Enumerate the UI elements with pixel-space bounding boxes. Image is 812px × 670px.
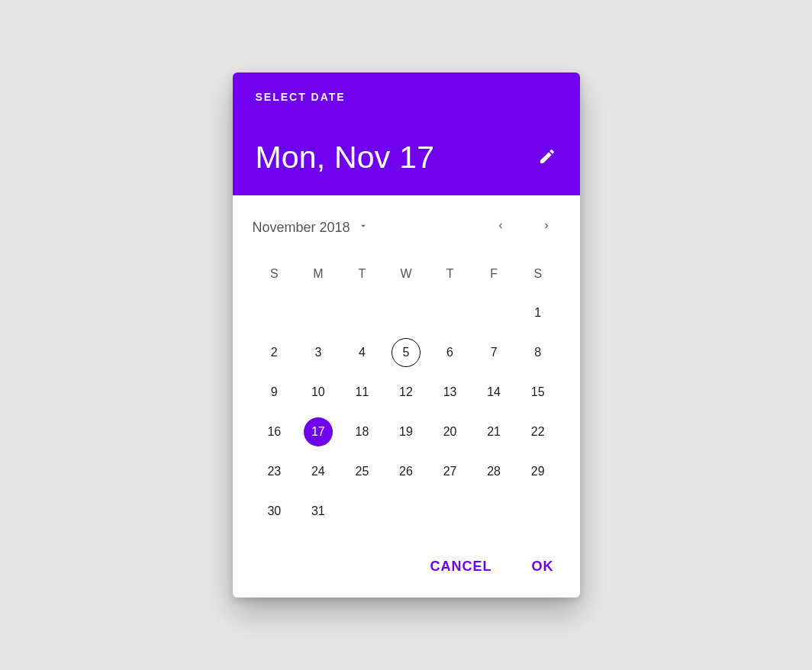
day[interactable]: 14: [479, 378, 508, 407]
day-cell: 16: [253, 412, 297, 452]
day[interactable]: 28: [479, 457, 508, 486]
day[interactable]: 4: [347, 338, 376, 367]
date-picker-dialog: SELECT DATE Mon, Nov 17 November 2018: [233, 72, 580, 598]
day-cell: 28: [472, 452, 516, 491]
day-selected[interactable]: 17: [304, 417, 333, 446]
empty-day-cell: [472, 293, 516, 333]
month-year-label: November 2018: [253, 220, 350, 236]
day-cell: 31: [296, 491, 340, 531]
weekday-header-row: SMTWTFS: [253, 261, 560, 287]
day-cell: 10: [296, 372, 340, 412]
day-cell: 11: [340, 372, 385, 412]
weekday-label: T: [340, 261, 385, 287]
weekday-label: M: [296, 261, 340, 287]
month-navigation-row: November 2018: [253, 212, 560, 243]
day-cell: 17: [296, 412, 340, 452]
month-nav-arrows: [491, 218, 560, 237]
day[interactable]: 10: [304, 378, 333, 407]
day[interactable]: 26: [392, 457, 420, 486]
day[interactable]: 23: [259, 457, 288, 486]
day[interactable]: 12: [392, 378, 420, 407]
day[interactable]: 13: [436, 378, 465, 407]
ok-button[interactable]: OK: [529, 554, 557, 579]
empty-day-cell: [384, 293, 428, 333]
weekday-label: T: [428, 261, 472, 287]
day[interactable]: 3: [304, 338, 333, 367]
day-cell: 18: [340, 412, 385, 452]
day[interactable]: 30: [259, 497, 288, 526]
edit-date-button[interactable]: [537, 148, 557, 168]
cancel-button[interactable]: CANCEL: [427, 554, 495, 579]
day[interactable]: 20: [436, 417, 465, 446]
day[interactable]: 2: [259, 338, 288, 367]
day-cell: 25: [340, 452, 385, 491]
day-cell: 2: [253, 333, 297, 372]
day-cell: 12: [384, 372, 428, 412]
calendar-grid: 1234567891011121314151617181920212223242…: [253, 293, 560, 531]
day[interactable]: 11: [347, 378, 376, 407]
chevron-right-icon: [541, 221, 552, 234]
day-cell: 3: [296, 333, 340, 372]
day-cell: 15: [516, 372, 560, 412]
day-cell: 30: [253, 491, 297, 531]
dropdown-icon: [358, 221, 369, 234]
day-cell: 9: [253, 372, 297, 412]
header-row: Mon, Nov 17: [256, 140, 557, 176]
header-overline: SELECT DATE: [256, 91, 557, 103]
day[interactable]: 19: [392, 417, 420, 446]
selected-date-display: Mon, Nov 17: [256, 140, 435, 176]
weekday-label: S: [516, 261, 560, 287]
day-today[interactable]: 5: [392, 338, 420, 367]
day-cell: 29: [516, 452, 560, 491]
day[interactable]: 18: [347, 417, 376, 446]
day-cell: 23: [253, 452, 297, 491]
weekday-label: W: [384, 261, 428, 287]
previous-month-button[interactable]: [491, 218, 510, 237]
day-cell: 21: [472, 412, 516, 452]
day-cell: 26: [384, 452, 428, 491]
pencil-icon: [538, 147, 556, 169]
empty-day-cell: [428, 293, 472, 333]
day[interactable]: 8: [524, 338, 553, 367]
day[interactable]: 22: [524, 417, 553, 446]
date-picker-header: SELECT DATE Mon, Nov 17: [233, 72, 580, 195]
day[interactable]: 25: [347, 457, 376, 486]
day-cell: 6: [428, 333, 472, 372]
day-cell: 4: [340, 333, 385, 372]
day-cell: 20: [428, 412, 472, 452]
day[interactable]: 16: [259, 417, 288, 446]
day[interactable]: 24: [304, 457, 333, 486]
next-month-button[interactable]: [537, 218, 556, 237]
day[interactable]: 15: [524, 378, 553, 407]
day-cell: 7: [472, 333, 516, 372]
chevron-left-icon: [495, 221, 506, 234]
day-cell: 1: [516, 293, 560, 333]
day[interactable]: 29: [524, 457, 553, 486]
day[interactable]: 31: [304, 497, 333, 526]
day[interactable]: 21: [479, 417, 508, 446]
day[interactable]: 9: [259, 378, 288, 407]
day-cell: 27: [428, 452, 472, 491]
empty-day-cell: [253, 293, 297, 333]
day[interactable]: 27: [436, 457, 465, 486]
day-cell: 13: [428, 372, 472, 412]
day[interactable]: 1: [524, 298, 553, 327]
weekday-label: S: [253, 261, 297, 287]
empty-day-cell: [296, 293, 340, 333]
weekday-label: F: [472, 261, 516, 287]
day[interactable]: 6: [436, 338, 465, 367]
dialog-actions: CANCEL OK: [233, 545, 580, 598]
day-cell: 8: [516, 333, 560, 372]
date-picker-body: November 2018 SMTWTFS 12345678: [233, 195, 580, 545]
day-cell: 5: [384, 333, 428, 372]
empty-day-cell: [340, 293, 385, 333]
day-cell: 24: [296, 452, 340, 491]
day-cell: 14: [472, 372, 516, 412]
day[interactable]: 7: [479, 338, 508, 367]
day-cell: 19: [384, 412, 428, 452]
month-year-select[interactable]: November 2018: [253, 220, 369, 236]
day-cell: 22: [516, 412, 560, 452]
